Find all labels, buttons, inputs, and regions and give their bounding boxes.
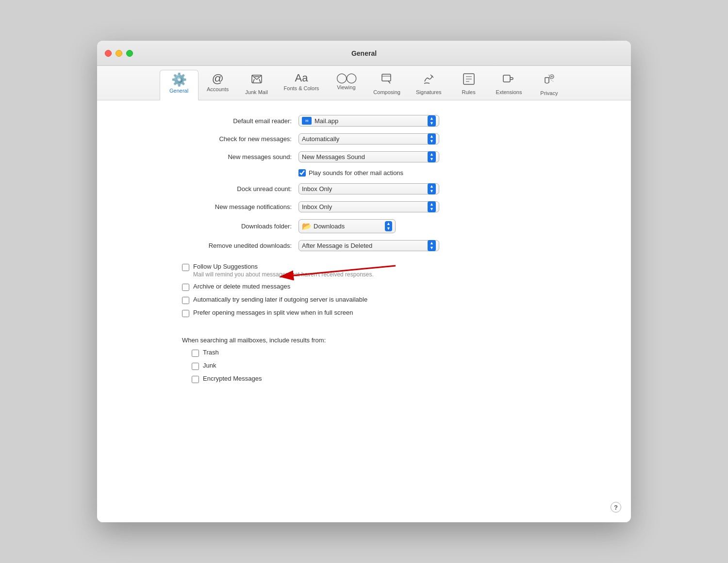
remove-unedited-select-wrapper[interactable]: After Message is Deleted ▲ ▼ <box>298 240 439 251</box>
encrypted-checkbox[interactable] <box>192 376 199 383</box>
follow-up-label: Follow Up Suggestions <box>193 263 374 270</box>
tab-junkmail-label: Junk Mail <box>245 89 267 95</box>
notifications-row: New message notifications: Inbox Only ▲ … <box>182 201 546 212</box>
toolbar: ⚙️ General @ Accounts Junk Mail <box>97 66 631 100</box>
default-email-select-wrapper[interactable]: ✉ Mail.app ▲ ▼ <box>298 115 439 127</box>
tab-extensions[interactable]: Extensions <box>488 70 530 100</box>
tab-composing-label: Composing <box>373 89 400 95</box>
play-sounds-label[interactable]: Play sounds for other mail actions <box>309 169 403 177</box>
dock-unread-select[interactable]: Inbox Only <box>302 185 436 193</box>
follow-up-row: Follow Up Suggestions Mail will remind y… <box>182 263 546 278</box>
tab-rules[interactable]: Rules <box>449 70 488 100</box>
remove-unedited-label: Remove unedited downloads: <box>182 242 298 249</box>
tab-general[interactable]: ⚙️ General <box>160 70 199 100</box>
privacy-icon <box>543 73 555 88</box>
new-sound-arrows[interactable]: ▲ ▼ <box>428 151 436 162</box>
rules-icon <box>463 73 475 87</box>
tab-accounts[interactable]: @ Accounts <box>199 70 237 100</box>
tab-viewing[interactable]: ◯◯ Viewing <box>327 70 365 100</box>
remove-unedited-control: After Message is Deleted ▲ ▼ <box>298 240 546 251</box>
notifications-select[interactable]: Inbox Only <box>302 203 436 210</box>
notifications-control: Inbox Only ▲ ▼ <box>298 201 546 212</box>
check-messages-arrows[interactable]: ▲ ▼ <box>428 133 436 145</box>
tab-privacy-label: Privacy <box>540 90 558 96</box>
check-messages-label: Check for new messages: <box>182 135 298 143</box>
svg-rect-14 <box>503 75 510 82</box>
svg-line-2 <box>257 75 262 80</box>
general-icon: ⚙️ <box>171 73 187 86</box>
trash-checkbox[interactable] <box>192 350 199 357</box>
close-button[interactable] <box>105 50 112 57</box>
dock-unread-arrows[interactable]: ▲ ▼ <box>428 183 436 194</box>
dock-unread-row: Dock unread count: Inbox Only ▲ ▼ <box>182 183 546 194</box>
encrypted-label: Encrypted Messages <box>203 375 262 382</box>
tab-accounts-label: Accounts <box>207 86 229 92</box>
help-button[interactable]: ? <box>611 502 621 513</box>
notifications-select-wrapper[interactable]: Inbox Only ▲ ▼ <box>298 201 439 212</box>
junkmail-icon <box>250 73 263 87</box>
follow-up-container: Follow Up Suggestions Mail will remind y… <box>182 263 546 278</box>
archive-delete-row: Archive or delete muted messages <box>182 283 546 291</box>
dock-unread-select-wrapper[interactable]: Inbox Only ▲ ▼ <box>298 183 439 194</box>
signatures-icon <box>422 73 435 87</box>
traffic-lights <box>105 50 133 57</box>
maximize-button[interactable] <box>126 50 133 57</box>
tab-signatures-label: Signatures <box>416 89 442 95</box>
downloads-arrows[interactable]: ▲ ▼ <box>385 221 392 231</box>
tab-viewing-label: Viewing <box>337 84 355 90</box>
composing-icon <box>381 73 393 87</box>
follow-up-text: Follow Up Suggestions Mail will remind y… <box>193 263 374 278</box>
downloads-select-wrapper[interactable]: 📂 Downloads ▲ ▼ <box>298 219 396 233</box>
notifications-arrows[interactable]: ▲ ▼ <box>428 201 436 212</box>
downloads-row: Downloads folder: 📂 Downloads ▲ ▼ <box>182 219 546 233</box>
dock-unread-control: Inbox Only ▲ ▼ <box>298 183 546 194</box>
tab-extensions-label: Extensions <box>496 89 522 95</box>
auto-send-checkbox[interactable] <box>182 297 189 304</box>
default-email-select[interactable]: Mail.app <box>314 117 436 125</box>
tab-fontscolors[interactable]: Aa Fonts & Colors <box>276 70 327 100</box>
viewing-icon: ◯◯ <box>336 73 356 82</box>
minimize-button[interactable] <box>116 50 122 57</box>
prefer-split-checkbox[interactable] <box>182 310 189 317</box>
default-email-arrows[interactable]: ▲ ▼ <box>428 115 436 127</box>
play-sounds-checkbox[interactable] <box>298 169 306 177</box>
junk-checkbox[interactable] <box>192 363 199 370</box>
downloads-text: Downloads <box>314 223 383 230</box>
check-messages-select[interactable]: Automatically <box>302 135 436 143</box>
window-title: General <box>351 49 377 57</box>
check-messages-select-wrapper[interactable]: Automatically ▲ ▼ <box>298 133 439 145</box>
new-sound-select-wrapper[interactable]: New Messages Sound ▲ ▼ <box>298 151 439 162</box>
settings-content: Default email reader: ✉ Mail.app ▲ ▼ <box>97 100 631 522</box>
svg-line-1 <box>252 75 257 80</box>
new-sound-control: New Messages Sound ▲ ▼ <box>298 151 546 162</box>
follow-up-checkbox[interactable] <box>182 264 189 271</box>
downloads-label: Downloads folder: <box>182 223 298 230</box>
tab-general-label: General <box>169 88 188 94</box>
remove-unedited-arrows[interactable]: ▲ ▼ <box>428 240 436 251</box>
encrypted-row: Encrypted Messages <box>192 375 546 383</box>
mail-app-icon: ✉ <box>302 117 312 125</box>
tab-privacy[interactable]: Privacy <box>529 70 568 100</box>
title-bar: General <box>97 41 631 66</box>
extensions-icon <box>502 73 515 87</box>
archive-delete-checkbox[interactable] <box>182 284 189 291</box>
svg-line-3 <box>253 79 254 83</box>
svg-rect-6 <box>382 74 391 81</box>
tab-signatures[interactable]: Signatures <box>408 70 449 100</box>
auto-send-label: Automatically try sending later if outgo… <box>193 296 367 303</box>
check-messages-row: Check for new messages: Automatically ▲ … <box>182 133 546 145</box>
follow-up-sublabel: Mail will remind you about messages that… <box>193 271 374 278</box>
tab-composing[interactable]: Composing <box>365 70 408 100</box>
downloads-control: 📂 Downloads ▲ ▼ <box>298 219 546 233</box>
check-messages-control: Automatically ▲ ▼ <box>298 133 546 145</box>
remove-unedited-select[interactable]: After Message is Deleted <box>302 242 436 249</box>
tab-junkmail[interactable]: Junk Mail <box>237 70 276 100</box>
svg-line-4 <box>259 79 261 83</box>
mail-preferences-window: General ⚙️ General @ Accounts <box>97 41 631 522</box>
play-sounds-row: Play sounds for other mail actions <box>298 169 546 177</box>
tab-fontscolors-label: Fonts & Colors <box>284 85 319 91</box>
fontscolors-icon: Aa <box>295 73 308 83</box>
default-email-row: Default email reader: ✉ Mail.app ▲ ▼ <box>182 115 546 127</box>
new-sound-select[interactable]: New Messages Sound <box>302 153 436 161</box>
auto-send-row: Automatically try sending later if outgo… <box>182 296 546 304</box>
